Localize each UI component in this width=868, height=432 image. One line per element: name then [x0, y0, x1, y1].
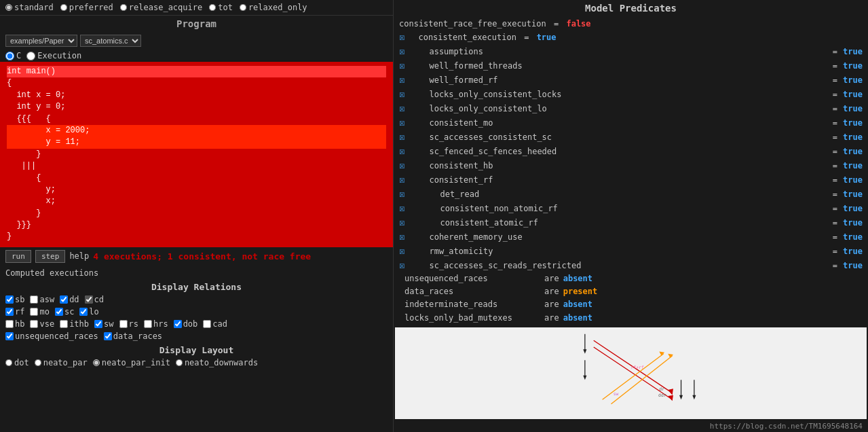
cb-rf[interactable]: rf — [5, 307, 24, 317]
radio-release-acquire[interactable]: release_acquire — [120, 3, 202, 12]
example-select[interactable]: examples/Paper — [5, 35, 77, 47]
pred-consistent-mo: ☒ consistent_mo = true — [399, 115, 863, 130]
cb-asw[interactable]: asw — [30, 295, 54, 304]
cb-cd[interactable]: cd — [85, 295, 104, 304]
display-relations-title: Display Relations — [0, 279, 393, 293]
cb-sb[interactable]: sb — [5, 295, 24, 304]
cb-data-races[interactable]: data_races — [104, 331, 162, 341]
step-button[interactable]: step — [35, 250, 66, 263]
cb-unsequenced-races[interactable]: unsequenced_races — [5, 331, 98, 341]
viz-area: rf+rf dr ddr sw — [395, 327, 867, 419]
cb-sc[interactable]: sc — [55, 307, 74, 317]
checkboxes-row3: hb vse ithb sw rs hrs dob cad — [0, 318, 393, 330]
cb-ithb[interactable]: ithb — [60, 319, 89, 329]
lang-bar: C Execution — [0, 50, 393, 62]
layout-neato-par-init[interactable]: neato_par_init — [93, 358, 170, 367]
display-layout-title: Display Layout — [0, 342, 393, 357]
layout-row: dot neato_par neato_par_init neato_downw… — [0, 357, 393, 369]
pred-locks-consistent-lo: ☒ locks_only_consistent_lo = true — [399, 101, 863, 115]
cb-rs[interactable]: rs — [119, 319, 138, 329]
radio-relaxed-only[interactable]: relaxed_only — [240, 3, 307, 12]
pred-det-read: ☒ det_read = true — [399, 187, 863, 201]
cb-dob[interactable]: dob — [174, 319, 198, 329]
execution-graph: rf+rf dr ddr sw — [395, 327, 867, 419]
layout-neato-downwards[interactable]: neato_downwards — [176, 358, 258, 367]
layout-dot[interactable]: dot — [5, 358, 29, 367]
cb-vse[interactable]: vse — [30, 319, 54, 329]
computed-label: Computed executions — [0, 266, 393, 279]
layout-neato-par[interactable]: neato_par — [35, 358, 88, 367]
svg-text:ddr: ddr — [658, 393, 666, 398]
pred-race-free: consistent_race_free_execution = false — [399, 18, 863, 30]
race-data-races: data_races are present — [399, 285, 863, 298]
code-area: int main() { int x = 0; int y = 0; {{{ {… — [0, 62, 393, 247]
pred-well-formed-rf: ☒ well_formed_rf = true — [399, 73, 863, 87]
select-bar: examples/Paper sc_atomics.c — [0, 32, 393, 50]
cb-hb[interactable]: hb — [5, 319, 24, 329]
radio-bar: standard preferred release_acquire tot r… — [0, 0, 393, 16]
predicates-area: consistent_race_free_execution = false ☒… — [394, 16, 868, 326]
code-fn-line: int main() — [7, 66, 386, 77]
svg-text:dr: dr — [659, 386, 664, 392]
cb-mo[interactable]: mo — [30, 307, 49, 317]
right-panel: Model Predicates consistent_race_free_ex… — [394, 0, 868, 432]
pred-consistent-non-atomic: ☒ consistent_non_atomic_rf = true — [399, 201, 863, 215]
pred-well-formed-threads: ☒ well_formed_threads = true — [399, 58, 863, 73]
pred-sc-fenced: ☒ sc_fenced_sc_fences_heeded = true — [399, 144, 863, 158]
race-locks-bad-mutexes: locks_only_bad_mutexes are absent — [399, 312, 863, 325]
race-indeterminate: indeterminate_reads are absent — [399, 298, 863, 311]
radio-standard[interactable]: standard — [5, 3, 54, 12]
pred-consistent-rf: ☒ consistent_rf = true — [399, 173, 863, 187]
bottom-bar: run step help 4 executions; 1 consistent… — [0, 247, 393, 266]
program-title: Program — [0, 16, 393, 32]
lang-c[interactable]: C — [5, 51, 21, 60]
url-bar: https://blog.csdn.net/TM1695648164 — [394, 420, 868, 432]
pred-sc-reads-restricted: ☒ sc_accesses_sc_reads_restricted = true — [399, 258, 863, 272]
svg-text:sw: sw — [614, 391, 619, 397]
pred-consistent-hb: ☒ consistent_hb = true — [399, 158, 863, 173]
cb-lo[interactable]: lo — [79, 307, 98, 317]
file-select[interactable]: sc_atomics.c — [80, 35, 141, 47]
pred-rmw-atomicity: ☒ rmw_atomicity = true — [399, 244, 863, 258]
race-unsequenced: unsequenced_races are absent — [399, 272, 863, 285]
pred-coherent-memory: ☒ coherent_memory_use = true — [399, 230, 863, 244]
checkboxes-row2: rf mo sc lo — [0, 306, 393, 318]
pred-sc-accesses-sc: ☒ sc_accesses_consistent_sc = true — [399, 130, 863, 144]
pred-consistent-exec: ☒ consistent_execution = true — [399, 30, 863, 44]
checkboxes-row4: unsequenced_races data_races — [0, 330, 393, 342]
radio-tot[interactable]: tot — [209, 3, 233, 12]
radio-preferred[interactable]: preferred — [60, 3, 113, 12]
run-button[interactable]: run — [5, 250, 31, 263]
cb-hrs[interactable]: hrs — [144, 319, 168, 329]
cb-cad[interactable]: cad — [203, 319, 227, 329]
cb-dd[interactable]: dd — [60, 295, 79, 304]
exec-status: 4 executions; 1 consistent, not race fre… — [93, 251, 311, 262]
svg-rect-0 — [546, 327, 716, 419]
left-panel: standard preferred release_acquire tot r… — [0, 0, 394, 432]
model-predicates-title: Model Predicates — [394, 0, 868, 16]
pred-assumptions: ☒ assumptions = true — [399, 44, 863, 58]
cb-sw[interactable]: sw — [94, 319, 113, 329]
help-link[interactable]: help — [69, 251, 89, 261]
pred-consistent-atomic: ☒ consistent_atomic_rf = true — [399, 215, 863, 230]
pred-locks-consistent-locks: ☒ locks_only_consistent_locks = true — [399, 87, 863, 101]
checkboxes-row1: sb asw dd cd — [0, 293, 393, 306]
lang-execution[interactable]: Execution — [26, 51, 81, 60]
